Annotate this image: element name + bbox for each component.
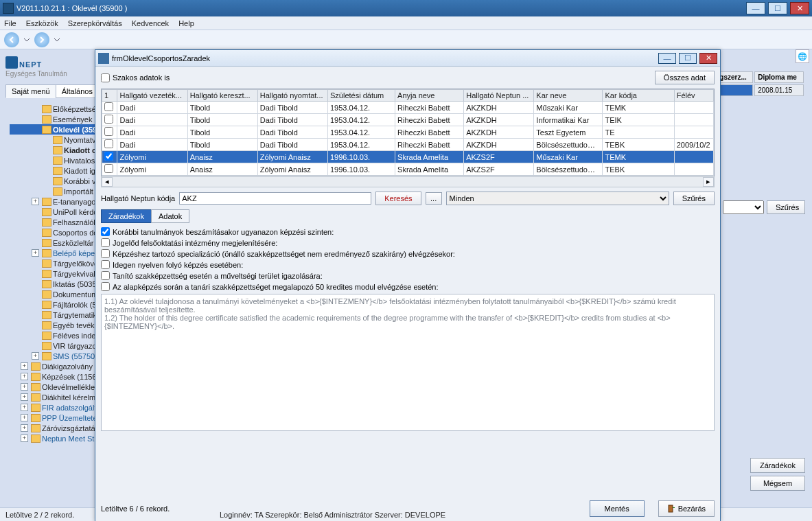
table-cell: TEIK <box>603 114 674 126</box>
filter-button[interactable]: Szűrés <box>673 192 715 205</box>
expand-icon[interactable]: + <box>21 383 28 391</box>
option-checkbox-row[interactable]: Az alapképzés során a tanári szakképzett… <box>101 282 715 291</box>
folder-icon <box>42 321 51 329</box>
row-checkbox[interactable] <box>104 102 113 111</box>
bg-filter-button[interactable]: Szűrés <box>767 200 805 214</box>
bg-zaradekok-button[interactable]: Záradékok <box>750 458 805 473</box>
grid-header[interactable]: Félév <box>674 90 713 102</box>
menu-help[interactable]: Help <box>178 19 194 27</box>
option-checkbox[interactable] <box>101 249 110 258</box>
expand-icon[interactable]: + <box>32 249 39 257</box>
close-dialog-button[interactable]: Bezárás <box>658 500 715 517</box>
folder-icon <box>53 177 62 185</box>
back-button[interactable] <box>4 32 19 47</box>
expand-icon[interactable]: + <box>21 393 28 401</box>
grid-header[interactable]: Hallgató Neptun ... <box>464 90 534 102</box>
collapse-icon <box>32 126 39 133</box>
menu-tools[interactable]: Eszközök <box>26 19 58 27</box>
dialog-close-button[interactable]: ✕ <box>699 53 717 64</box>
minimize-button[interactable]: — <box>746 2 765 14</box>
row-checkbox[interactable] <box>104 115 113 124</box>
subtab-adatok[interactable]: Adatok <box>151 209 189 223</box>
forward-dropdown-icon[interactable] <box>54 36 60 43</box>
maximize-button[interactable]: ☐ <box>768 2 787 14</box>
collapse-icon <box>32 290 39 298</box>
menu-role[interactable]: Szerepkörváltás <box>68 19 122 27</box>
table-cell: AKZKDH <box>464 102 534 114</box>
table-cell: Zólyomi <box>117 163 187 176</box>
tree-item-label: Oklevél (359 <box>53 126 97 134</box>
option-checkbox[interactable] <box>101 260 110 269</box>
row-checkbox[interactable] <box>104 127 113 136</box>
expand-icon[interactable]: + <box>21 373 28 380</box>
option-label: Korábbi tanulmányok beszámításakor ugyan… <box>113 228 334 236</box>
expand-icon[interactable]: + <box>21 424 28 432</box>
grid-header[interactable]: Hallgató vezeték... <box>117 90 187 102</box>
menu-favorites[interactable]: Kedvencek <box>132 19 169 27</box>
grid-header[interactable]: Születési dátum <box>327 90 395 102</box>
grid-hscroll[interactable]: ◂ ▸ <box>101 176 715 187</box>
table-row[interactable]: DadiTiboldDadi Tibold1953.04.12.Riheczki… <box>102 126 714 139</box>
table-row[interactable]: ZólyomiAnaiszZólyomi Anaisz1996.10.03.Sk… <box>102 163 714 176</box>
filter-dropdown[interactable]: Minden <box>446 192 669 205</box>
option-checkbox[interactable] <box>101 282 110 291</box>
table-cell: Zólyomi <box>117 151 187 163</box>
sidebar-tab-own[interactable]: Saját menü <box>5 84 56 98</box>
scroll-left-icon[interactable]: ◂ <box>102 177 113 187</box>
row-checkbox[interactable] <box>104 139 113 148</box>
table-cell: Zólyomi Anaisz <box>257 163 327 176</box>
dialog-minimize-button[interactable]: — <box>658 53 676 64</box>
close-button[interactable]: ✕ <box>790 2 809 14</box>
table-cell: TEMK <box>603 102 674 114</box>
expand-icon[interactable]: + <box>21 362 28 370</box>
row-checkbox[interactable] <box>104 152 113 161</box>
globe-icon[interactable]: 🌐 <box>796 49 809 63</box>
option-checkbox-row[interactable]: Jogelőd felsőoktatási intézmény megjelen… <box>101 238 715 247</box>
search-button[interactable]: Keresés <box>375 192 421 205</box>
szakos-checkbox[interactable] <box>101 73 110 82</box>
grid-header[interactable]: Anyja neve <box>395 90 464 102</box>
table-row[interactable]: DadiTiboldDadi Tibold1953.04.12.Riheczki… <box>102 139 714 151</box>
folder-icon <box>31 383 40 391</box>
table-cell <box>674 114 713 126</box>
grid-header[interactable]: 1 <box>102 90 117 102</box>
option-checkbox[interactable] <box>101 271 110 280</box>
expand-icon[interactable]: + <box>21 404 28 411</box>
forward-button[interactable] <box>34 32 49 47</box>
option-checkbox-row[interactable]: Korábbi tanulmányok beszámításakor ugyan… <box>101 227 715 236</box>
lookup-button[interactable]: ... <box>426 192 442 205</box>
option-checkbox-row[interactable]: Idegen nyelven folyó képzés esetében: <box>101 260 715 269</box>
scroll-right-icon[interactable]: ▸ <box>703 177 714 187</box>
bg-cancel-button[interactable]: Mégsem <box>750 476 805 491</box>
subtab-zaradekok[interactable]: Záradékok <box>101 209 152 223</box>
grid-header[interactable]: Hallgató nyomtat... <box>257 90 327 102</box>
grid-header[interactable]: Hallgató kereszt... <box>187 90 257 102</box>
grid-header[interactable]: Kar neve <box>534 90 603 102</box>
menu-file[interactable]: File <box>4 19 16 27</box>
option-checkbox[interactable] <box>101 238 110 247</box>
bg-filter-select[interactable] <box>723 200 764 214</box>
table-row[interactable]: DadiTiboldDadi Tibold1953.04.12.Riheczki… <box>102 102 714 114</box>
expand-icon[interactable]: + <box>32 352 39 360</box>
option-checkbox-row[interactable]: Tanító szakképzettség esetén a műveltség… <box>101 271 715 280</box>
folder-icon <box>42 249 51 257</box>
folder-icon <box>42 259 51 268</box>
table-row[interactable]: DadiTiboldDadi Tibold1953.04.12.Riheczki… <box>102 114 714 126</box>
szakos-checkbox-wrap[interactable]: Szakos adatok is <box>101 73 170 82</box>
collapse-icon <box>32 342 39 349</box>
back-dropdown-icon[interactable] <box>23 36 30 43</box>
neptun-code-input[interactable] <box>179 192 371 205</box>
folder-icon <box>42 301 51 309</box>
template-text[interactable] <box>101 294 715 431</box>
save-button[interactable]: Mentés <box>590 500 645 517</box>
table-row[interactable]: ZólyomiAnaiszZólyomi Anaisz1996.10.03.Sk… <box>102 151 714 163</box>
expand-icon[interactable]: + <box>32 198 39 205</box>
option-checkbox-row[interactable]: Képzéshez tartozó specializáció (önálló … <box>101 249 715 258</box>
grid-header[interactable]: Kar kódja <box>603 90 674 102</box>
row-checkbox[interactable] <box>104 164 113 173</box>
osszes-adat-button[interactable]: Összes adat <box>655 71 715 84</box>
option-checkbox[interactable] <box>101 227 110 236</box>
dialog-maximize-button[interactable]: ☐ <box>679 53 697 64</box>
expand-icon[interactable]: + <box>21 435 28 442</box>
expand-icon[interactable]: + <box>21 414 28 421</box>
